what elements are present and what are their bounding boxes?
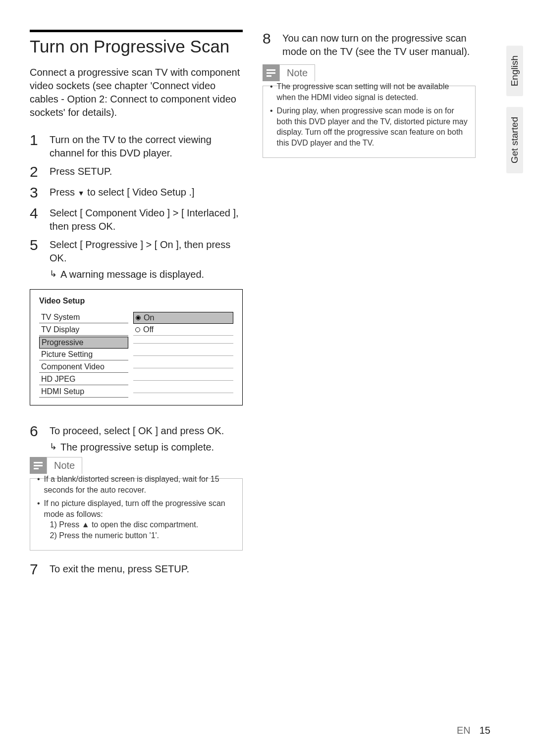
note-bullet: During play, when progressive scan mode …: [277, 105, 468, 148]
manual-page: English Get started Turn on Progressive …: [0, 0, 535, 756]
step-text: Select [ Progressive ] > [ On ], then pr…: [50, 236, 243, 281]
note-box-1: Note •If a blank/distorted screen is dis…: [30, 457, 243, 551]
osd-empty-row: [133, 366, 233, 368]
footer-lang: EN: [457, 725, 471, 736]
osd-empty-row: [133, 341, 233, 344]
result-arrow-icon: ↳: [50, 268, 56, 281]
step-text: Turn on the TV to the correct viewing ch…: [50, 131, 243, 160]
step-number: 3: [30, 184, 50, 202]
step-6: 6 To proceed, select [ OK ] and press OK…: [30, 422, 243, 454]
osd-item-component-video: Component Video: [39, 361, 128, 373]
step-number: 5: [30, 236, 50, 254]
osd-empty-row: [133, 391, 233, 393]
osd-empty-row: [133, 353, 233, 356]
side-tab-language: English: [506, 46, 523, 96]
step-result: A warning message is displayed.: [60, 268, 243, 281]
eject-icon: ▲: [82, 519, 90, 530]
left-column: Turn on Progressive Scan Connect a progr…: [30, 30, 243, 581]
osd-item-progressive: Progressive: [39, 337, 128, 349]
step-number: 8: [263, 30, 282, 48]
radio-off-icon: [135, 327, 140, 332]
page-footer: EN 15: [457, 725, 490, 736]
svg-rect-3: [267, 69, 275, 71]
side-tab-section: Get started: [506, 107, 523, 173]
footer-page-number: 15: [480, 725, 490, 736]
step-text: To proceed, select [ OK ] and press OK. …: [50, 422, 224, 454]
step-text: You can now turn on the progressive scan…: [282, 30, 476, 58]
step-5: 5 Select [ Progressive ] > [ On ], then …: [30, 236, 243, 281]
svg-rect-5: [267, 75, 271, 77]
osd-item-hdmi-setup: HDMI Setup: [39, 386, 128, 398]
note-icon: [30, 457, 47, 474]
step-result: The progressive setup is complete.: [60, 441, 224, 454]
step-4: 4 Select [ Component Video ] > [ Interla…: [30, 204, 243, 233]
step-text: Press SETUP.: [50, 163, 112, 178]
osd-item-hd-jpeg: HD JPEG: [39, 374, 128, 385]
svg-rect-0: [34, 462, 43, 463]
osd-item-tv-system: TV System: [39, 312, 128, 323]
step-7: 7 To exit the menu, press SETUP.: [30, 560, 243, 578]
radio-on-icon: [136, 315, 141, 320]
osd-menu-video-setup: Video Setup TV System On TV Display Off …: [30, 289, 243, 405]
result-arrow-icon: ↳: [50, 441, 56, 454]
step-number: 1: [30, 131, 50, 149]
step-number: 4: [30, 204, 50, 222]
osd-empty-row: [133, 378, 233, 381]
osd-item-picture-setting: Picture Setting: [39, 349, 128, 360]
note-bullet: If no picture displayed, turn off the pr…: [44, 498, 235, 541]
note-box-2: Note •The progressive scan setting will …: [263, 64, 476, 158]
osd-menu-title: Video Setup: [39, 297, 233, 305]
down-arrow-icon: ▼: [78, 189, 85, 198]
note-label: Note: [280, 67, 315, 79]
osd-option-off: Off: [133, 324, 233, 336]
step-text: Press ▼ to select [ Video Setup .]: [50, 184, 195, 199]
note-icon: [263, 64, 279, 81]
heading-rule: [30, 30, 243, 32]
step-text: Select [ Component Video ] > [ Interlace…: [50, 204, 243, 233]
svg-rect-4: [267, 72, 275, 74]
note-label: Note: [47, 460, 82, 471]
right-column: 8 You can now turn on the progressive sc…: [263, 30, 476, 581]
note-bullet: If a blank/distorted screen is displayed…: [44, 474, 235, 495]
svg-rect-1: [34, 465, 43, 466]
step-number: 7: [30, 560, 50, 578]
osd-option-on: On: [133, 312, 233, 324]
osd-item-tv-display: TV Display: [39, 324, 128, 336]
intro-paragraph: Connect a progressive scan TV with compo…: [30, 66, 243, 119]
side-tabs: English Get started: [506, 46, 523, 173]
step-3: 3 Press ▼ to select [ Video Setup .]: [30, 184, 243, 202]
step-text: To exit the menu, press SETUP.: [50, 560, 189, 576]
svg-rect-2: [34, 468, 39, 469]
step-2: 2 Press SETUP.: [30, 163, 243, 181]
section-heading: Turn on Progressive Scan: [30, 36, 243, 57]
note-bullet: The progressive scan setting will not be…: [277, 81, 468, 102]
step-number: 6: [30, 422, 50, 440]
step-number: 2: [30, 163, 50, 181]
step-8: 8 You can now turn on the progressive sc…: [263, 30, 476, 58]
step-1: 1 Turn on the TV to the correct viewing …: [30, 131, 243, 160]
